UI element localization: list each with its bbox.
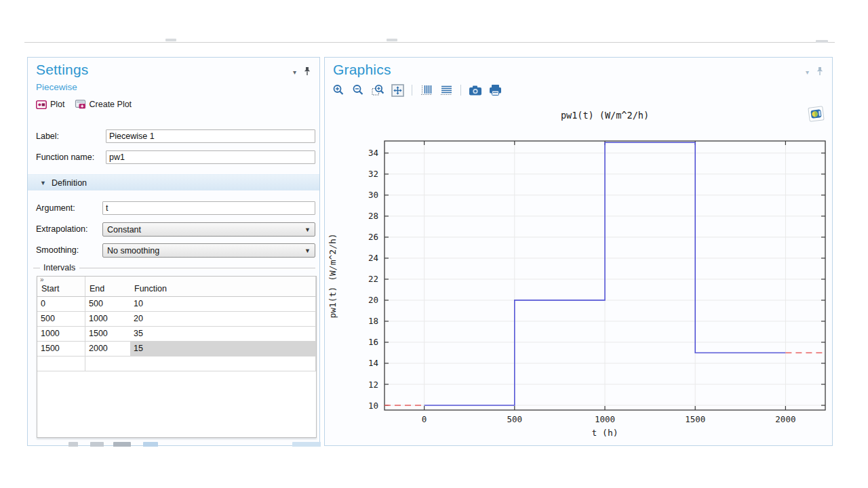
table-cell[interactable]: 20	[130, 312, 316, 327]
intervals-group-label: Intervals	[43, 263, 75, 272]
svg-text:2000: 2000	[775, 414, 795, 424]
label-field-label: Label:	[36, 131, 59, 141]
graphics-panel: Graphics ▾	[324, 57, 833, 446]
table-cell[interactable]: 500	[85, 297, 130, 312]
extrapolation-dropdown[interactable]: Constant ▼	[102, 222, 315, 237]
create-plot-button[interactable]: Create Plot	[75, 100, 132, 109]
plot-title: pw1(t) (W/m^2/h)	[561, 110, 649, 121]
svg-text:30: 30	[368, 190, 378, 200]
table-cell[interactable]: 2000	[85, 342, 130, 357]
definition-section-header[interactable]: ▼ Definition	[28, 174, 319, 190]
function-name-field-label: Function name:	[36, 152, 94, 162]
settings-panel: Settings ▾ Piecewise Plot	[27, 57, 320, 446]
window-chrome-fragment	[387, 39, 397, 41]
svg-text:14: 14	[368, 358, 378, 368]
table-cell[interactable]: 1000	[85, 312, 130, 327]
svg-text:24: 24	[368, 253, 378, 263]
plot-icon	[36, 100, 47, 109]
comsol-flyout-icon[interactable]	[808, 105, 825, 123]
window-chrome-fragment	[816, 40, 828, 43]
settings-toolbar: Plot Create Plot	[36, 100, 132, 109]
table-cell[interactable]: 1000	[37, 327, 85, 342]
table-cell[interactable]: 1500	[37, 342, 85, 357]
svg-text:26: 26	[368, 232, 378, 242]
dropdown-arrow-icon: ▼	[304, 226, 311, 233]
create-plot-icon	[75, 100, 86, 109]
svg-text:12: 12	[368, 380, 378, 390]
smoothing-field-label: Smoothing:	[36, 245, 79, 255]
table-cell[interactable]: 0	[37, 297, 85, 312]
settings-node-name: Piecewise	[36, 82, 77, 92]
svg-text:0: 0	[422, 414, 427, 424]
svg-text:18: 18	[368, 316, 378, 326]
intervals-table: » StartEndFunction0500105001000201000150…	[37, 277, 316, 371]
settings-pin-icon[interactable]	[303, 66, 311, 76]
table-cell[interactable]: 10	[130, 297, 316, 312]
plot-button[interactable]: Plot	[36, 100, 65, 109]
svg-text:500: 500	[507, 414, 523, 424]
svg-text:34: 34	[368, 148, 378, 158]
create-plot-button-label: Create Plot	[90, 100, 132, 109]
smoothing-dropdown[interactable]: No smoothing ▼	[102, 243, 315, 258]
table-cell[interactable]: 500	[37, 312, 85, 327]
svg-text:28: 28	[368, 211, 378, 221]
intervals-table-container: » StartEndFunction0500105001000201000150…	[37, 276, 317, 438]
table-column-header[interactable]: End	[85, 277, 130, 297]
table-cell[interactable]: 1500	[85, 327, 130, 342]
y-axis-label: pw1(t) (W/m^2/h)	[328, 233, 338, 318]
smoothing-selected-value: No smoothing	[107, 246, 159, 256]
x-axis-label: t (h)	[591, 428, 618, 438]
settings-menu-chevron-down-icon[interactable]: ▾	[293, 68, 296, 76]
table-column-header[interactable]: Function	[130, 277, 316, 297]
application-window: Settings ▾ Piecewise Plot	[0, 0, 868, 488]
window-chrome-divider	[24, 42, 835, 43]
clipped-section-fragments	[28, 441, 321, 447]
argument-field[interactable]	[102, 201, 315, 215]
settings-panel-title: Settings	[36, 62, 88, 78]
window-chrome-fragment	[165, 39, 176, 41]
svg-text:32: 32	[368, 169, 378, 179]
function-name-field[interactable]	[106, 150, 315, 164]
dropdown-arrow-icon: ▼	[304, 247, 311, 254]
svg-text:20: 20	[368, 295, 378, 305]
svg-text:10: 10	[368, 401, 378, 411]
definition-section-label: Definition	[52, 178, 87, 188]
table-cell[interactable]	[85, 357, 130, 371]
collapse-triangle-icon: ▼	[40, 180, 46, 186]
table-cell[interactable]	[37, 357, 85, 371]
table-cell[interactable]	[130, 357, 316, 371]
svg-text:1000: 1000	[595, 414, 615, 424]
plot-button-label: Plot	[50, 100, 65, 109]
argument-field-label: Argument:	[36, 203, 75, 213]
extrapolation-selected-value: Constant	[107, 225, 141, 235]
intervals-group-legend: Intervals	[33, 263, 315, 272]
extrapolation-field-label: Extrapolation:	[36, 224, 87, 234]
table-cell[interactable]: 35	[130, 327, 316, 342]
table-cell[interactable]: 15	[130, 342, 316, 357]
table-corner-mark[interactable]: »	[40, 276, 43, 283]
svg-text:1500: 1500	[685, 414, 705, 424]
label-field[interactable]	[106, 129, 315, 143]
graphics-canvas[interactable]: 0500100015002000101214161820222426283032…	[325, 58, 833, 447]
table-column-header[interactable]: Start	[37, 277, 85, 297]
svg-text:22: 22	[368, 274, 378, 284]
svg-text:16: 16	[368, 337, 378, 347]
